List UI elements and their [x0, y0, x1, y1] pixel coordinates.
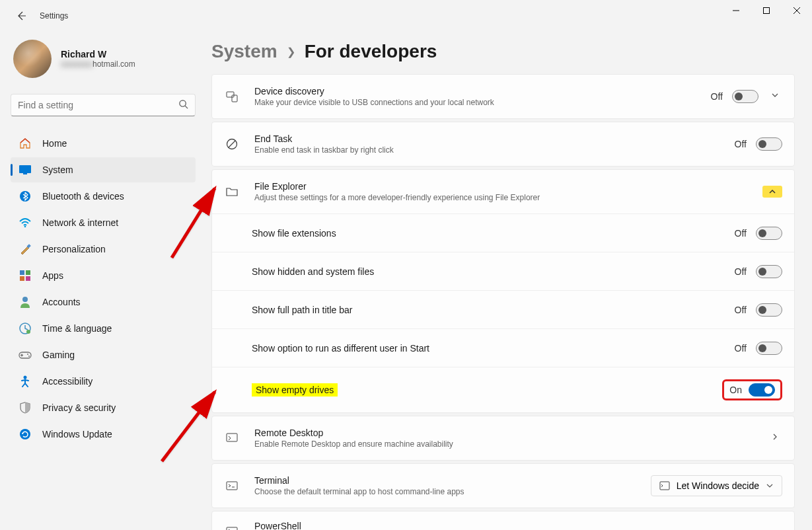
wifi-icon — [18, 216, 32, 229]
minimize-button[interactable] — [721, 0, 751, 21]
toggle-label: On — [729, 385, 742, 395]
home-icon — [18, 137, 32, 150]
sidebar-item-label: Apps — [42, 270, 63, 281]
chevron-down-icon[interactable] — [768, 88, 782, 105]
setting-end-task[interactable]: End Task Enable end task in taskbar by r… — [212, 122, 794, 166]
setting-title: Show full path in title bar — [252, 305, 735, 315]
setting-powershell[interactable]: PowerShell Turn on these settings to exe… — [212, 511, 794, 530]
chevron-up-icon[interactable] — [762, 186, 782, 198]
toggle-label: Off — [735, 228, 747, 239]
svg-rect-11 — [20, 276, 24, 281]
person-icon — [18, 295, 32, 309]
sidebar-item-home[interactable]: Home — [11, 131, 196, 156]
apps-icon — [18, 269, 32, 282]
profile-name: Richard W — [61, 49, 135, 59]
breadcrumb: System ❯ For developers — [211, 41, 795, 62]
sidebar-item-network-internet[interactable]: Network & internet — [11, 210, 196, 235]
toggle-label: Off — [735, 266, 747, 277]
toggle-device-discovery[interactable] — [732, 90, 758, 103]
terminal-icon — [224, 480, 240, 492]
sidebar-item-label: Network & internet — [42, 217, 118, 228]
back-button[interactable] — [11, 5, 32, 26]
game-icon — [18, 348, 32, 361]
setting-remote-desktop[interactable]: Remote Desktop Enable Remote Desktop and… — [212, 416, 794, 460]
dropdown-label: Let Windows decide — [677, 480, 759, 491]
toggle-label: Off — [711, 91, 723, 102]
setting-show-full-path: Show full path in title bar Off — [212, 290, 794, 328]
sidebar-item-label: Accounts — [42, 297, 81, 307]
maximize-button[interactable] — [751, 0, 782, 21]
setting-title: Show option to run as different user in … — [252, 343, 735, 354]
avatar — [13, 40, 52, 78]
device-discovery-icon — [224, 90, 240, 103]
remote-desktop-icon — [224, 432, 240, 444]
toggle-run-as-user[interactable] — [756, 342, 782, 355]
svg-rect-5 — [23, 173, 27, 174]
svg-point-18 — [28, 356, 30, 357]
sidebar-item-windows-update[interactable]: Windows Update — [11, 422, 196, 447]
search-box[interactable] — [11, 94, 196, 116]
paint-icon — [18, 243, 32, 256]
toggle-show-full-path[interactable] — [756, 303, 782, 317]
chevron-down-icon — [766, 482, 774, 490]
system-icon — [18, 163, 32, 176]
setting-device-discovery[interactable]: Device discovery Make your device visibl… — [212, 75, 794, 118]
svg-rect-21 — [227, 92, 234, 97]
setting-run-as-user: Show option to run as different user in … — [212, 328, 794, 367]
toggle-label: Off — [735, 305, 747, 315]
profile-block[interactable]: Richard W xxxxxxxxhotmail.com — [11, 37, 205, 89]
breadcrumb-parent[interactable]: System — [211, 41, 277, 62]
sidebar-item-apps[interactable]: Apps — [11, 263, 196, 288]
search-input[interactable] — [18, 100, 178, 110]
access-icon — [18, 375, 32, 388]
clock-icon — [18, 322, 32, 335]
setting-terminal: Terminal Choose the default terminal app… — [212, 464, 794, 508]
setting-title: Show file extensions — [252, 228, 735, 239]
sidebar-item-time-language[interactable]: Time & language — [11, 316, 196, 341]
search-icon — [178, 99, 188, 112]
close-button[interactable] — [782, 0, 812, 21]
page-title: For developers — [305, 41, 437, 62]
svg-rect-10 — [26, 270, 30, 275]
sidebar-item-personalization[interactable]: Personalization — [11, 237, 196, 262]
svg-rect-9 — [20, 270, 24, 275]
sidebar-item-label: Accessibility — [42, 376, 92, 387]
arrow-left-icon — [16, 11, 26, 21]
setting-show-hidden: Show hidden and system files Off — [212, 252, 794, 290]
sidebar-item-label: Home — [42, 138, 67, 149]
toggle-label: Off — [735, 343, 747, 354]
toggle-show-empty-drives[interactable] — [749, 383, 775, 397]
sidebar: Richard W xxxxxxxxhotmail.com HomeSystem… — [0, 32, 205, 530]
chevron-right-icon[interactable] — [768, 430, 782, 447]
svg-point-15 — [26, 330, 30, 334]
window-title: Settings — [40, 11, 68, 20]
toggle-show-hidden[interactable] — [756, 265, 782, 278]
sidebar-item-privacy-security[interactable]: Privacy & security — [11, 395, 196, 420]
svg-point-17 — [27, 354, 28, 355]
toggle-show-extensions[interactable] — [756, 227, 782, 240]
sidebar-item-accounts[interactable]: Accounts — [11, 289, 196, 315]
sidebar-item-bluetooth-devices[interactable]: Bluetooth & devices — [11, 184, 196, 209]
setting-title: File Explorer — [254, 181, 762, 192]
sidebar-item-label: Windows Update — [42, 429, 112, 439]
sidebar-item-label: System — [42, 165, 73, 175]
sidebar-item-gaming[interactable]: Gaming — [11, 342, 196, 367]
sidebar-item-system[interactable]: System — [11, 157, 196, 182]
main-content: System ❯ For developers Device discovery… — [205, 32, 812, 530]
toggle-end-task[interactable] — [756, 137, 782, 151]
svg-rect-1 — [764, 8, 770, 14]
close-icon — [794, 7, 800, 14]
sidebar-item-accessibility[interactable]: Accessibility — [11, 369, 196, 394]
svg-rect-12 — [26, 276, 30, 281]
setting-desc: Adjust these settings for a more develop… — [254, 193, 762, 202]
svg-point-13 — [22, 297, 28, 302]
setting-desc: Choose the default terminal app to host … — [254, 487, 651, 496]
setting-desc: Enable end task in taskbar by right clic… — [254, 145, 735, 155]
toggle-label: Off — [735, 139, 747, 149]
terminal-dropdown[interactable]: Let Windows decide — [651, 475, 782, 496]
terminal-small-icon — [659, 481, 670, 490]
setting-file-explorer[interactable]: File Explorer Adjust these settings for … — [212, 170, 794, 213]
setting-desc: Make your device visible to USB connecti… — [254, 98, 711, 107]
setting-title: Terminal — [254, 475, 651, 486]
setting-show-empty-drives: Show empty drives On — [212, 367, 794, 412]
